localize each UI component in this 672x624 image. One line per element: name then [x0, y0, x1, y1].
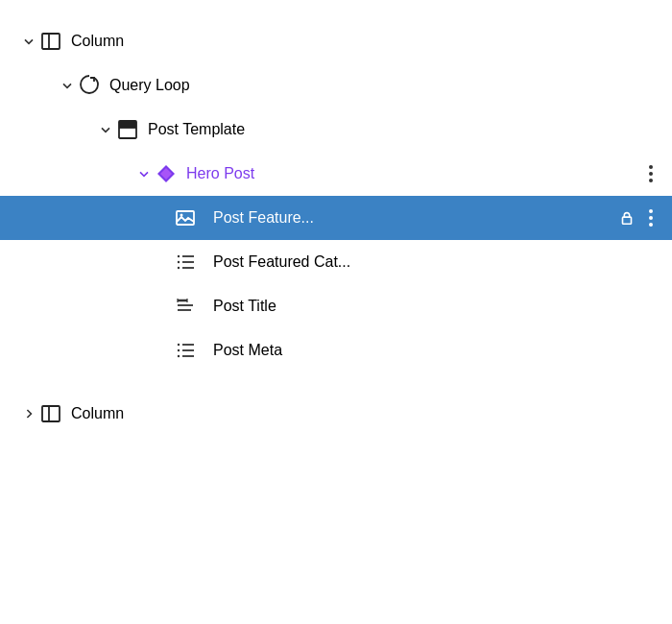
tree-item-hero-post[interactable]: Hero Post	[0, 152, 672, 196]
title-icon	[173, 294, 198, 319]
more-options-icon[interactable]	[645, 161, 657, 186]
svg-rect-7	[177, 211, 194, 225]
lock-icon	[618, 209, 636, 227]
post-template-icon	[115, 117, 140, 142]
tree-item-column-bottom[interactable]: Column	[0, 392, 672, 436]
column-icon	[38, 29, 63, 54]
tree-item-post-template[interactable]: Post Template	[0, 108, 672, 152]
tree-item-label: Hero Post	[186, 165, 645, 182]
chevron-down-icon[interactable]	[96, 120, 115, 139]
tree-item-label: Column	[71, 405, 657, 422]
svg-point-13	[178, 255, 180, 257]
list-icon	[173, 250, 198, 275]
svg-rect-27	[42, 406, 60, 421]
svg-point-25	[178, 349, 180, 351]
post-feature-actions	[618, 205, 657, 230]
tree-item-label: Post Featured Cat...	[213, 253, 657, 271]
tree-item-label: Column	[71, 33, 657, 50]
tree-item-post-featured-cat[interactable]: Post Featured Cat...	[0, 240, 672, 284]
svg-point-14	[178, 261, 180, 263]
tree-item-post-title[interactable]: Post Title	[0, 284, 672, 328]
tree-item-label: Query Loop	[109, 77, 657, 94]
tree-item-label: Post Title	[213, 298, 657, 315]
svg-point-24	[178, 344, 180, 346]
chevron-right-icon[interactable]	[19, 404, 38, 423]
hero-post-actions	[645, 161, 657, 186]
svg-point-15	[178, 267, 180, 269]
tree-item-post-feature[interactable]: Post Feature...	[0, 196, 672, 240]
tree-item-column-top[interactable]: Column	[0, 19, 672, 63]
tree-item-label: Post Template	[148, 121, 657, 138]
svg-point-8	[180, 214, 183, 217]
block-tree: Column Query Loop	[0, 0, 672, 455]
svg-point-26	[178, 355, 180, 357]
chevron-down-icon[interactable]	[58, 76, 77, 95]
list-icon	[173, 338, 198, 363]
hero-post-icon	[154, 161, 179, 186]
chevron-down-icon[interactable]	[134, 164, 154, 183]
more-options-icon[interactable]	[645, 205, 657, 230]
tree-item-label: Post Meta	[213, 342, 657, 359]
tree-item-query-loop[interactable]: Query Loop	[0, 63, 672, 108]
tree-item-label: Post Feature...	[213, 209, 618, 227]
chevron-down-icon[interactable]	[19, 32, 38, 51]
tree-item-post-meta[interactable]: Post Meta	[0, 328, 672, 372]
post-feature-image-icon	[173, 205, 198, 230]
loop-icon	[77, 73, 102, 98]
svg-rect-3	[119, 121, 136, 128]
svg-rect-9	[623, 217, 632, 224]
svg-rect-0	[42, 34, 60, 49]
column-icon	[38, 401, 63, 426]
